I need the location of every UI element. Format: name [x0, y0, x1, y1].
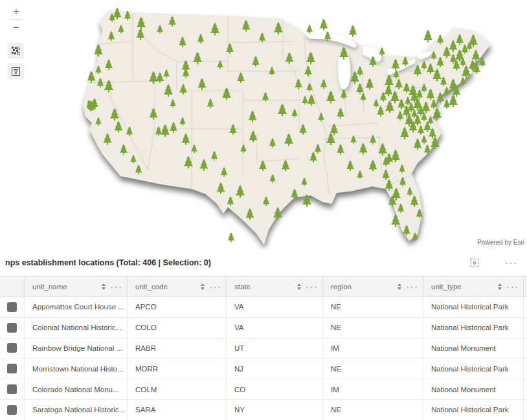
legend-button[interactable] — [8, 43, 24, 59]
table-body: Appomattox Court House ...APCOVANENation… — [0, 297, 527, 420]
cell-state: VA — [227, 318, 323, 338]
cell-unit_code: APCO — [128, 297, 227, 317]
row-checkbox[interactable] — [7, 302, 17, 312]
table-header-row: unit_name···unit_code···state···region··… — [0, 276, 527, 297]
row-checkbox[interactable] — [7, 384, 17, 394]
cell-unit_name: Morristown National Histo... — [25, 359, 128, 379]
table-title: nps establishment locations (Total: 406 … — [5, 258, 211, 267]
table-titlebar: nps establishment locations (Total: 406 … — [0, 249, 527, 276]
column-header-unit_type[interactable]: unit_type··· — [423, 276, 524, 296]
column-label: unit_name — [32, 283, 67, 291]
row-spacer — [524, 400, 527, 420]
column-label: region — [331, 283, 352, 291]
cell-state: VA — [227, 297, 323, 317]
tree-marker[interactable] — [423, 30, 432, 43]
sort-icon[interactable] — [201, 283, 205, 290]
more-options-icon[interactable]: ··· — [505, 256, 518, 269]
cell-region: NE — [323, 318, 423, 338]
column-header-state[interactable]: state··· — [227, 276, 323, 296]
cell-region: NE — [323, 297, 423, 317]
map-panel[interactable]: + − Powered by Esri — [0, 0, 527, 249]
us-landmass — [83, 10, 491, 245]
sort-icon[interactable] — [297, 283, 301, 290]
table-row[interactable]: Colonial National Historic...COLOVANENat… — [0, 318, 527, 338]
column-header-region[interactable]: region··· — [323, 276, 423, 296]
selection-tools-icon[interactable] — [470, 256, 479, 269]
checkbox-cell — [0, 297, 25, 317]
cell-region: IM — [323, 338, 423, 359]
tree-marker[interactable] — [228, 232, 235, 242]
checkbox-cell — [0, 359, 25, 379]
table-row[interactable]: Rainbow Bridge National ...RABRUTIMNatio… — [0, 338, 527, 359]
cell-unit_type: National Monument — [423, 379, 524, 399]
cell-region: NE — [323, 359, 423, 379]
cell-unit_name: Colonial National Historic... — [25, 318, 128, 338]
cell-unit_code: COLO — [128, 318, 227, 338]
cell-unit_code: COLM — [128, 379, 227, 399]
table-row[interactable]: Colorado National Monu...COLMCOIMNationa… — [0, 379, 527, 400]
map-attribution: Powered by Esri — [477, 239, 524, 246]
column-menu-icon[interactable]: ··· — [306, 283, 319, 290]
row-spacer — [524, 318, 527, 338]
column-menu-icon[interactable]: ··· — [406, 283, 419, 290]
cell-unit_type: National Historical Park — [423, 297, 524, 317]
row-checkbox[interactable] — [7, 364, 17, 373]
column-label: state — [234, 283, 251, 291]
checkbox-cell — [0, 379, 25, 399]
cell-unit_name: Appomattox Court House ... — [25, 297, 128, 317]
checkbox-cell — [0, 400, 25, 420]
column-header-unit_name[interactable]: unit_name··· — [25, 276, 128, 296]
row-spacer — [524, 338, 527, 359]
filter-by-extent-button[interactable] — [8, 63, 24, 80]
row-spacer — [524, 297, 527, 317]
cell-unit_name: Saratoga National Historic... — [25, 400, 128, 420]
data-table: unit_name···unit_code···state···region··… — [0, 276, 527, 420]
cell-unit_code: MORR — [128, 359, 227, 379]
cell-unit_type: National Historical Park — [423, 400, 524, 420]
column-menu-icon[interactable]: ··· — [110, 283, 123, 290]
zoom-out-button[interactable]: − — [8, 20, 25, 36]
sort-icon[interactable] — [498, 283, 502, 290]
zoom-in-button[interactable]: + — [8, 4, 25, 19]
checkbox-cell — [0, 318, 25, 338]
cell-region: IM — [323, 379, 423, 399]
legend-icon — [12, 47, 20, 55]
table-row[interactable]: Appomattox Court House ...APCOVANENation… — [0, 297, 527, 318]
tree-marker[interactable] — [348, 25, 357, 37]
row-checkbox[interactable] — [7, 343, 17, 353]
column-label: unit_code — [135, 283, 168, 291]
cell-unit_name: Colorado National Monu... — [25, 379, 128, 399]
cell-unit_code: RABR — [128, 338, 227, 359]
column-header-unit_code[interactable]: unit_code··· — [128, 276, 227, 296]
us-map[interactable] — [0, 0, 527, 249]
cell-state: NJ — [227, 359, 323, 379]
column-menu-icon[interactable]: ··· — [209, 283, 222, 290]
cell-unit_type: National Historical Park — [423, 359, 524, 379]
column-label: unit_type — [431, 283, 462, 291]
sort-icon[interactable] — [398, 283, 401, 290]
checkbox-cell — [0, 338, 25, 359]
row-checkbox[interactable] — [7, 323, 17, 333]
cell-state: NY — [227, 400, 323, 420]
row-spacer — [524, 379, 527, 399]
row-checkbox[interactable] — [7, 405, 17, 415]
header-checkbox-cell — [0, 276, 25, 296]
cell-unit_type: National Historical Park — [423, 318, 524, 338]
box-funnel-icon — [12, 67, 20, 76]
cell-region: NE — [323, 400, 423, 420]
sort-icon[interactable] — [102, 283, 106, 290]
map-controls: + − — [8, 4, 25, 36]
table-row[interactable]: Morristown National Histo...MORRNJNENati… — [0, 359, 527, 379]
cell-unit_name: Rainbow Bridge National ... — [25, 338, 128, 359]
tree-marker[interactable] — [319, 19, 328, 30]
row-spacer — [524, 359, 527, 379]
table-row[interactable]: Saratoga National Historic...SARANYNENat… — [0, 400, 527, 420]
cell-state: UT — [227, 338, 323, 359]
column-menu-icon[interactable]: ··· — [506, 283, 519, 290]
header-spacer — [524, 276, 527, 296]
cell-unit_code: SARA — [128, 400, 227, 420]
cell-state: CO — [227, 379, 323, 399]
cell-unit_type: National Monument — [423, 338, 524, 359]
